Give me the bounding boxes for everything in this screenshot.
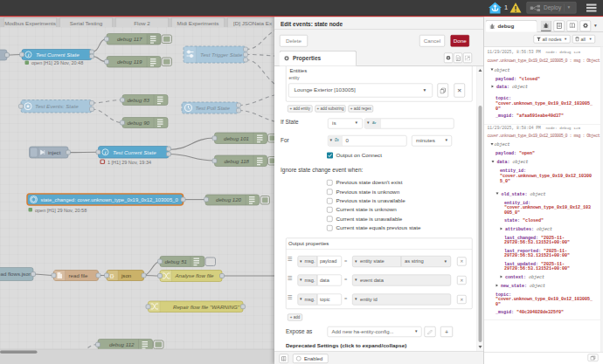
svg-text:Repair flow file "WARNING": Repair flow file "WARNING" <box>173 304 240 310</box>
svg-text:Test Current State: Test Current State <box>113 149 156 155</box>
svg-text:debug 112: debug 112 <box>109 341 135 347</box>
svg-text:{}: {} <box>110 272 114 278</box>
svg-text:debug 101: debug 101 <box>224 135 249 141</box>
svg-text:Analyse flow file: Analyse flow file <box>175 272 215 278</box>
svg-text:Test Events: State: Test Events: State <box>35 103 79 109</box>
svg-text:debug 117: debug 117 <box>117 36 142 42</box>
svg-text:open [H1] 29 Nov, 20:58: open [H1] 29 Nov, 20:58 <box>35 208 87 213</box>
svg-text:debug 120: debug 120 <box>216 196 242 203</box>
svg-text:Test Trigger State: Test Trigger State <box>200 52 243 58</box>
svg-text:debug 118: debug 118 <box>224 158 249 164</box>
svg-text:1 [H1] 29 Nov, 19:34: 1 [H1] 29 Nov, 19:34 <box>107 160 151 165</box>
svg-text:debug 90: debug 90 <box>127 120 149 126</box>
svg-text:state_changed: cover.unknown_t: state_changed: cover.unknown_type_0x19_0… <box>41 197 179 203</box>
svg-text:open [H1] 29 Nov, 20:48: open [H1] 29 Nov, 20:48 <box>31 60 83 65</box>
svg-text:json: json <box>121 272 132 278</box>
svg-text:debug 83: debug 83 <box>127 97 149 103</box>
svg-text:read flows.json: read flows.json <box>0 271 32 277</box>
svg-text:debug 119: debug 119 <box>117 58 142 65</box>
svg-text:debug 51: debug 51 <box>164 258 187 264</box>
svg-text:inject: inject <box>48 149 61 155</box>
svg-text:Test Poll State: Test Poll State <box>196 105 231 111</box>
svg-text:Test Current State: Test Current State <box>36 52 80 58</box>
svg-text:read file: read file <box>69 272 88 278</box>
